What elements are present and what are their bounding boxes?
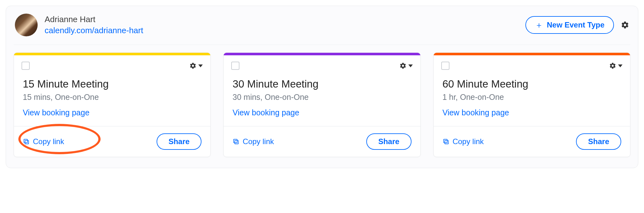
event-subtitle: 30 mins, One-on-One bbox=[232, 93, 411, 102]
svg-rect-4 bbox=[445, 140, 448, 144]
event-settings-menu[interactable] bbox=[399, 62, 413, 69]
share-button[interactable]: Share bbox=[366, 133, 412, 150]
event-card: 15 Minute Meeting 15 mins, One-on-One Vi… bbox=[14, 52, 211, 157]
copy-icon bbox=[232, 138, 239, 145]
event-color-stripe bbox=[14, 53, 210, 55]
event-card-footer: Copy link Share bbox=[434, 126, 630, 157]
event-title: 15 Minute Meeting bbox=[23, 78, 201, 90]
gear-icon bbox=[621, 21, 629, 29]
svg-rect-3 bbox=[234, 139, 237, 143]
event-select-checkbox[interactable] bbox=[22, 62, 30, 70]
event-card: 60 Minute Meeting 1 hr, One-on-One View … bbox=[433, 52, 630, 157]
event-title: 60 Minute Meeting bbox=[443, 78, 621, 90]
user-name: Adrianne Hart bbox=[45, 15, 143, 24]
event-card-footer: Copy link Share bbox=[224, 126, 420, 157]
user-scheduling-link[interactable]: calendly.com/adrianne-hart bbox=[45, 26, 143, 35]
event-settings-menu[interactable] bbox=[609, 62, 622, 69]
copy-link-button[interactable]: Copy link bbox=[443, 137, 484, 146]
gear-icon bbox=[609, 62, 616, 69]
event-select-checkbox[interactable] bbox=[231, 62, 239, 70]
copy-icon bbox=[443, 138, 449, 145]
svg-rect-2 bbox=[235, 140, 238, 144]
chevron-down-icon bbox=[408, 64, 413, 67]
event-card: 30 Minute Meeting 30 mins, One-on-One Vi… bbox=[223, 52, 420, 157]
chevron-down-icon bbox=[618, 64, 622, 67]
event-settings-menu[interactable] bbox=[189, 62, 203, 69]
svg-rect-0 bbox=[25, 140, 28, 144]
event-select-checkbox[interactable] bbox=[441, 62, 449, 70]
copy-link-label: Copy link bbox=[243, 137, 274, 146]
svg-rect-5 bbox=[443, 139, 447, 143]
event-subtitle: 1 hr, One-on-One bbox=[443, 93, 621, 102]
copy-link-button[interactable]: Copy link bbox=[23, 137, 64, 146]
share-button[interactable]: Share bbox=[576, 133, 621, 150]
gear-icon bbox=[189, 62, 196, 69]
event-card-head bbox=[14, 55, 210, 71]
new-event-type-button[interactable]: ＋ New Event Type bbox=[525, 16, 614, 34]
plus-icon: ＋ bbox=[535, 21, 543, 29]
event-title: 30 Minute Meeting bbox=[232, 78, 411, 90]
gear-icon bbox=[399, 62, 406, 69]
copy-icon bbox=[23, 138, 30, 145]
share-button[interactable]: Share bbox=[157, 133, 202, 150]
event-card-footer: Copy link Share bbox=[14, 126, 210, 157]
event-card-body: 60 Minute Meeting 1 hr, One-on-One View … bbox=[434, 71, 630, 126]
user-info: Adrianne Hart calendly.com/adrianne-hart bbox=[45, 15, 143, 35]
view-booking-page-link[interactable]: View booking page bbox=[23, 108, 90, 117]
event-card-body: 15 Minute Meeting 15 mins, One-on-One Vi… bbox=[14, 71, 210, 126]
copy-link-button[interactable]: Copy link bbox=[232, 137, 274, 146]
event-card-body: 30 Minute Meeting 30 mins, One-on-One Vi… bbox=[224, 71, 420, 126]
new-event-type-label: New Event Type bbox=[547, 21, 604, 29]
avatar[interactable] bbox=[15, 14, 38, 36]
view-booking-page-link[interactable]: View booking page bbox=[232, 108, 299, 117]
event-card-head bbox=[224, 55, 420, 71]
panel-header: Adrianne Hart calendly.com/adrianne-hart… bbox=[14, 12, 630, 45]
copy-link-label: Copy link bbox=[453, 137, 484, 146]
panel-settings-button[interactable] bbox=[621, 21, 629, 29]
event-types-panel: Adrianne Hart calendly.com/adrianne-hart… bbox=[6, 6, 638, 168]
view-booking-page-link[interactable]: View booking page bbox=[443, 108, 509, 117]
copy-link-label: Copy link bbox=[33, 137, 64, 146]
event-color-stripe bbox=[224, 53, 420, 55]
chevron-down-icon bbox=[198, 64, 203, 67]
event-card-head bbox=[434, 55, 630, 71]
event-subtitle: 15 mins, One-on-One bbox=[23, 93, 201, 102]
event-color-stripe bbox=[434, 53, 630, 55]
event-cards-grid: 15 Minute Meeting 15 mins, One-on-One Vi… bbox=[14, 52, 630, 157]
svg-rect-1 bbox=[24, 139, 28, 143]
